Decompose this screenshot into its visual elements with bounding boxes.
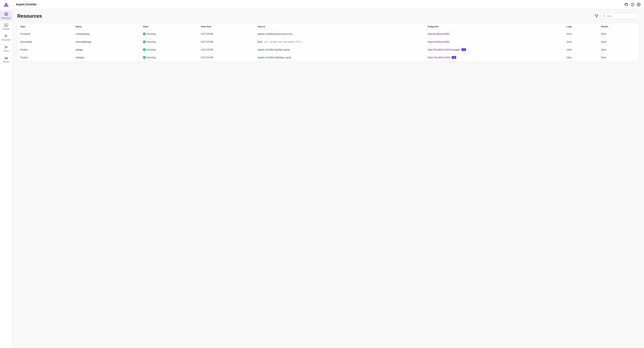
sidebar-item-label-structured: Structured <box>2 39 10 41</box>
svg-line-17 <box>6 46 7 47</box>
endpoint-link[interactable]: https://localhost:5051/swagger <box>428 48 460 51</box>
svg-rect-20 <box>5 58 6 59</box>
page-title: Resources <box>17 13 595 19</box>
col-state: State <box>140 23 198 30</box>
cell-source: java -jar target/spring-maven-0.0.... <box>255 38 425 46</box>
cell-source: Aspire.Contribs.WebApp.csproj <box>255 54 425 61</box>
details-view-link[interactable]: View <box>601 48 606 51</box>
col-start-time: Start time <box>198 23 255 30</box>
cell-start-time: 5:07:29 PM <box>198 54 255 61</box>
cell-endpoint: https://localhost:5001+1 <box>425 54 564 61</box>
cell-state: Running <box>140 38 198 46</box>
cell-name: containerapp <box>73 30 140 38</box>
search-icon <box>602 14 605 18</box>
cell-start-time: 5:07:29 PM <box>198 30 255 38</box>
col-source: Source <box>255 23 425 30</box>
search-box <box>600 13 639 19</box>
resources-table: Type Name State Start time Source Endpoi… <box>18 23 639 61</box>
table-body: ContainercontainerappRunning5:07:29 PMas… <box>18 30 639 61</box>
svg-rect-12 <box>4 36 5 36</box>
cell-start-time: 5:07:29 PM <box>198 46 255 54</box>
logs-view-link[interactable]: View <box>566 48 572 51</box>
col-type: Type <box>18 23 73 30</box>
traces-icon <box>4 45 8 49</box>
cell-logs: View <box>564 54 598 61</box>
sidebar-item-metrics[interactable]: Metrics <box>0 54 12 65</box>
sidebar-item-label-metrics: Metrics <box>3 61 9 63</box>
cell-source: aspire-contribs/spring-maven-sa... <box>255 30 425 38</box>
cell-start-time: 5:07:29 PM <box>198 38 255 46</box>
endpoint-link[interactable]: http://localhost:8085 <box>428 41 449 43</box>
app-title: Aspire.Contribs <box>16 3 624 6</box>
cell-state: Running <box>140 54 198 61</box>
table-row: ProjectwebappRunning5:07:29 PMAspire.Con… <box>18 54 639 61</box>
resources-icon <box>4 12 8 16</box>
svg-point-25 <box>638 4 639 5</box>
cell-details: View <box>598 38 639 46</box>
app-logo <box>3 2 10 8</box>
logs-view-link[interactable]: View <box>566 41 572 43</box>
cell-details: View <box>598 54 639 61</box>
console-icon <box>4 23 8 27</box>
cell-type: Project <box>18 46 73 54</box>
endpoint-badge[interactable]: +1 <box>452 56 456 59</box>
cell-state: Running <box>140 30 198 38</box>
col-details: Details <box>598 23 639 30</box>
table-row: ProjectapiappRunning5:07:29 PMAspire.Con… <box>18 46 639 54</box>
cell-details: View <box>598 46 639 54</box>
details-view-link[interactable]: View <box>601 56 606 59</box>
metrics-icon <box>4 56 8 60</box>
page-header: Resources <box>17 13 639 19</box>
col-logs: Logs <box>564 23 598 30</box>
sidebar-item-label-resources: Resources <box>2 17 11 19</box>
svg-point-15 <box>7 47 8 47</box>
github-icon[interactable] <box>624 3 628 7</box>
table-row: ContainercontainerappRunning5:07:29 PMas… <box>18 30 639 38</box>
cell-endpoint: https://localhost:5051/swagger+1 <box>425 46 564 54</box>
logs-view-link[interactable]: View <box>566 33 572 35</box>
sidebar-item-label-console: Console <box>2 28 10 30</box>
svg-marker-26 <box>595 15 598 17</box>
endpoint-link[interactable]: http://localhost:8080 <box>428 33 449 35</box>
svg-rect-4 <box>5 15 6 16</box>
content-area: Resources <box>12 9 644 348</box>
table-row: ExecutableexecutableappRunning5:07:29 PM… <box>18 38 639 46</box>
svg-rect-13 <box>4 37 5 37</box>
structured-icon <box>4 34 8 38</box>
sidebar-item-console[interactable]: Console <box>0 21 12 32</box>
details-view-link[interactable]: View <box>601 33 606 35</box>
cell-logs: View <box>564 46 598 54</box>
svg-line-28 <box>604 16 605 17</box>
cell-type: Executable <box>18 38 73 46</box>
table-header-row: Type Name State Start time Source Endpoi… <box>18 23 639 30</box>
svg-point-16 <box>5 47 6 48</box>
details-view-link[interactable]: View <box>601 41 606 43</box>
cell-source: Aspire.Contribs.ApiApp.csproj <box>255 46 425 54</box>
col-name: Name <box>73 23 140 30</box>
endpoint-badge[interactable]: +1 <box>462 48 466 51</box>
logs-view-link[interactable]: View <box>566 56 572 59</box>
sidebar: Resources Console <box>0 0 12 348</box>
svg-rect-11 <box>4 35 5 35</box>
svg-rect-2 <box>5 13 6 14</box>
cell-name: executableapp <box>73 38 140 46</box>
svg-point-27 <box>603 15 605 17</box>
cell-logs: View <box>564 30 598 38</box>
svg-rect-21 <box>6 57 7 59</box>
sidebar-nav: Resources Console <box>0 10 12 65</box>
filter-input[interactable] <box>607 15 637 18</box>
topbar: Aspire.Contribs <box>12 0 644 9</box>
help-icon[interactable] <box>630 3 634 7</box>
endpoint-link[interactable]: https://localhost:5001 <box>428 56 450 59</box>
sidebar-item-resources[interactable]: Resources <box>0 10 12 21</box>
filter-button[interactable] <box>595 14 598 18</box>
main-content: Resources <box>12 9 644 348</box>
settings-icon[interactable] <box>637 3 640 7</box>
cell-details: View <box>598 30 639 38</box>
sidebar-item-structured[interactable]: Structured <box>0 32 12 43</box>
cell-name: apiapp <box>73 46 140 54</box>
sidebar-item-traces[interactable]: Traces <box>0 43 12 54</box>
col-endpoints: Endpoints <box>425 23 564 30</box>
svg-point-14 <box>5 46 6 47</box>
topbar-icons <box>624 3 640 7</box>
